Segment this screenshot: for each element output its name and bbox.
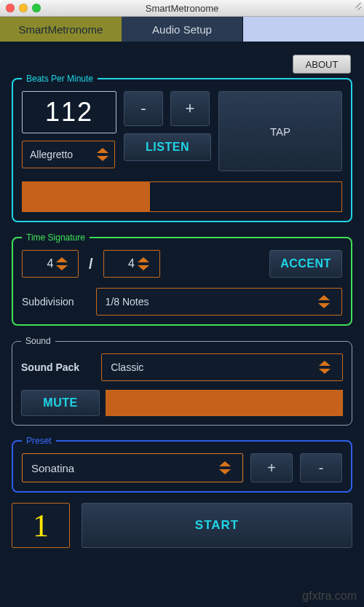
window-title: SmartMetronome bbox=[0, 3, 364, 14]
bpm-progress-fill bbox=[22, 181, 150, 212]
sound-pack-label: Sound Pack bbox=[21, 361, 79, 373]
beat-counter-value: 1 bbox=[33, 507, 49, 544]
bpm-display: 112 bbox=[22, 91, 116, 133]
preset-remove-button[interactable]: - bbox=[300, 453, 342, 482]
group-bpm-legend: Beats Per Minute bbox=[22, 74, 98, 84]
listen-button[interactable]: LISTEN bbox=[124, 133, 211, 161]
bpm-progress[interactable] bbox=[22, 181, 342, 212]
volume-bar[interactable] bbox=[106, 390, 343, 416]
accent-button[interactable]: ACCENT bbox=[269, 250, 342, 278]
bpm-plus-button[interactable]: + bbox=[170, 91, 210, 126]
ts-numerator-arrows-icon[interactable] bbox=[56, 257, 68, 270]
mute-button[interactable]: MUTE bbox=[21, 390, 100, 416]
ts-numerator-value: 4 bbox=[47, 257, 54, 270]
sound-pack-arrows-icon[interactable] bbox=[319, 361, 331, 374]
window-titlebar: SmartMetronome bbox=[0, 0, 364, 17]
tap-button[interactable]: TAP bbox=[218, 91, 342, 171]
preset-value: Sonatina bbox=[31, 462, 74, 474]
preset-add-button[interactable]: + bbox=[250, 453, 293, 482]
ts-numerator-stepper[interactable]: 4 bbox=[22, 250, 79, 278]
group-sound: Sound Sound Pack Classic MUTE bbox=[12, 336, 352, 426]
tab-smartmetronome[interactable]: SmartMetronome bbox=[0, 17, 122, 42]
group-sound-legend: Sound bbox=[21, 336, 55, 346]
bpm-value: 112 bbox=[45, 97, 93, 128]
watermark-text: gfxtra.com bbox=[302, 590, 357, 603]
tempo-name-stepper-icon[interactable] bbox=[97, 148, 108, 161]
about-button[interactable]: ABOUT bbox=[293, 55, 351, 74]
bpm-progress-track bbox=[150, 181, 342, 212]
ts-denominator-arrows-icon[interactable] bbox=[138, 257, 149, 270]
preset-select[interactable]: Sonatina bbox=[22, 453, 243, 482]
subdivision-select[interactable]: 1/8 Notes bbox=[96, 288, 342, 316]
ts-denominator-value: 4 bbox=[128, 257, 135, 270]
tempo-name-select[interactable]: Allegretto bbox=[22, 141, 115, 168]
beat-counter-display: 1 bbox=[12, 503, 70, 548]
group-preset: Preset Sonatina + - bbox=[12, 436, 352, 493]
subdivision-arrows-icon[interactable] bbox=[318, 295, 330, 308]
group-preset-legend: Preset bbox=[22, 436, 56, 446]
preset-arrows-icon[interactable] bbox=[219, 461, 231, 474]
subdivision-label: Subdivision bbox=[22, 296, 74, 308]
tab-strip: SmartMetronome Audio Setup bbox=[0, 17, 364, 42]
tempo-name-label: Allegretto bbox=[30, 149, 73, 160]
ts-denominator-stepper[interactable]: 4 bbox=[103, 250, 160, 278]
sound-pack-select[interactable]: Classic bbox=[101, 353, 343, 381]
resize-grip-icon[interactable] bbox=[352, 2, 362, 12]
ts-slash: / bbox=[89, 256, 93, 273]
bpm-minus-button[interactable]: - bbox=[124, 91, 163, 126]
tab-audio-setup[interactable]: Audio Setup bbox=[122, 17, 244, 42]
tab-empty bbox=[243, 17, 364, 42]
group-ts-legend: Time Signature bbox=[22, 232, 90, 243]
sound-pack-value: Classic bbox=[111, 361, 143, 373]
subdivision-value: 1/8 Notes bbox=[106, 296, 149, 308]
group-time-signature: Time Signature 4 / 4 ACCENT Subdivision … bbox=[12, 232, 352, 326]
start-button[interactable]: START bbox=[82, 503, 352, 548]
group-bpm: Beats Per Minute 112 Allegretto - bbox=[12, 74, 352, 222]
